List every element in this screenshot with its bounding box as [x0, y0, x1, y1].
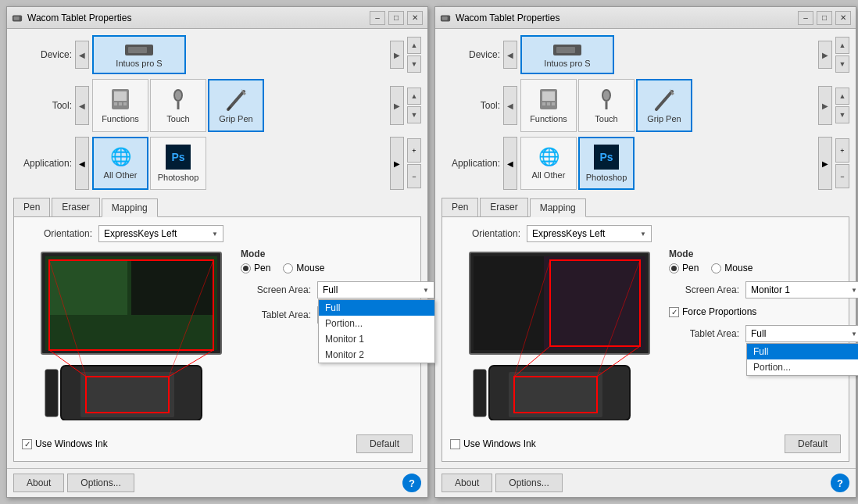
right-tablet-area-option-full[interactable]: Full [747, 344, 858, 359]
right-help-button[interactable]: ? [831, 474, 849, 492]
right-mouse-radio[interactable]: Mouse [711, 263, 753, 273]
app-prev-button[interactable]: ◀ [75, 137, 89, 190]
right-options-button[interactable]: Options... [495, 474, 562, 492]
orientation-dropdown-arrow: ▼ [212, 231, 218, 238]
mouse-radio[interactable]: Mouse [283, 263, 324, 273]
tool-scroll-down[interactable]: ▼ [407, 106, 421, 123]
right-app-scroll-up[interactable]: + [835, 138, 849, 163]
tool-next-button[interactable]: ▶ [390, 86, 404, 125]
app-item-allother[interactable]: 🌐 All Other [92, 137, 148, 190]
device-scroll-down[interactable]: ▼ [407, 55, 421, 73]
right-tab-eraser[interactable]: Eraser [480, 198, 527, 216]
right-tablet-area-dropdown[interactable]: Full ▼ Full Portion... [745, 325, 858, 342]
right-device-scroll-up[interactable]: ▲ [835, 37, 849, 54]
app-ps-label: Photoshop [158, 173, 199, 182]
svg-rect-6 [114, 102, 117, 105]
right-tab-pen[interactable]: Pen [442, 198, 478, 216]
right-minimize-button[interactable]: – [798, 11, 813, 25]
use-ink-checkbox[interactable]: Use Windows Ink [22, 438, 108, 449]
device-item-intuos[interactable]: Intuos pro S [92, 35, 186, 74]
right-screen-area-dropdown-arrow: ▼ [851, 287, 857, 294]
tab-pen[interactable]: Pen [13, 198, 50, 216]
app-scroll-down[interactable]: − [407, 164, 421, 188]
device-scroll-up[interactable]: ▲ [407, 37, 421, 54]
right-tool-item-touch[interactable]: Touch [578, 79, 635, 132]
help-button[interactable]: ? [402, 474, 421, 492]
right-tab-mapping[interactable]: Mapping [530, 198, 586, 217]
right-tool-item-functions[interactable]: Functions [520, 79, 577, 132]
right-tablet-area-option-portion[interactable]: Portion... [747, 359, 858, 375]
right-tablet-area-row: Tablet Area: Full ▼ Full Portion... [669, 325, 858, 342]
right-tool-scroll-up[interactable]: ▲ [835, 88, 849, 105]
right-tool-scroll: ▲ ▼ [835, 88, 849, 123]
close-button[interactable]: ✕ [407, 11, 423, 25]
right-default-button[interactable]: Default [785, 434, 841, 453]
svg-rect-22 [80, 372, 174, 417]
tool-items: Functions Touch Grip P [92, 79, 387, 132]
tool-prev-button[interactable]: ◀ [75, 86, 89, 125]
tablet-diagram [22, 248, 233, 420]
tool-item-touch[interactable]: Touch [150, 79, 206, 132]
pen-radio[interactable]: Pen [241, 263, 270, 273]
right-maximize-button[interactable]: □ [817, 11, 832, 25]
app-next-button[interactable]: ▶ [390, 137, 404, 190]
orientation-dropdown[interactable]: ExpressKeys Left ▼ [98, 225, 223, 242]
options-button[interactable]: Options... [67, 474, 134, 492]
right-app-row: Application: ◀ 🌐 All Other Ps Photoshop … [442, 137, 849, 190]
right-orientation-dropdown[interactable]: ExpressKeys Left ▼ [527, 225, 652, 242]
right-app-prev-button[interactable]: ◀ [503, 137, 517, 190]
screen-area-option-portion[interactable]: Portion... [319, 316, 434, 331]
right-tool-next-button[interactable]: ▶ [818, 86, 832, 125]
tab-eraser[interactable]: Eraser [52, 198, 99, 216]
right-close-button[interactable]: ✕ [835, 11, 851, 25]
screen-area-dropdown-list: Full Portion... Monitor 1 Monitor 2 [318, 299, 435, 363]
screen-area-dropdown[interactable]: Full ▼ Full Portion... Monitor 1 Monitor… [317, 281, 434, 298]
force-proportions-row: Force Proportions [669, 306, 858, 317]
tab-mapping[interactable]: Mapping [102, 198, 158, 217]
about-button[interactable]: About [13, 474, 64, 492]
right-functions-icon [537, 88, 560, 111]
right-device-scroll: ▲ ▼ [835, 37, 849, 73]
right-app-item-allother[interactable]: 🌐 All Other [520, 137, 577, 190]
app-scroll-up[interactable]: + [407, 138, 421, 163]
tool-item-grip-pen[interactable]: Grip Pen [208, 79, 264, 132]
right-device-scroll-down[interactable]: ▼ [835, 55, 849, 73]
right-app-scroll-down[interactable]: − [835, 164, 849, 188]
right-tool-item-grip-pen[interactable]: Grip Pen [636, 79, 692, 132]
right-pen-radio[interactable]: Pen [669, 263, 699, 273]
right-device-next-button[interactable]: ▶ [818, 41, 832, 69]
right-device-item-intuos[interactable]: Intuos pro S [520, 35, 614, 74]
right-app-next-button[interactable]: ▶ [818, 137, 832, 190]
app-item-photoshop[interactable]: Ps Photoshop [150, 137, 206, 190]
right-screen-area-label: Screen Area: [669, 284, 739, 295]
device-next-button[interactable]: ▶ [390, 41, 404, 69]
device-label: Device: [13, 49, 72, 60]
right-tool-scroll-down[interactable]: ▼ [835, 106, 849, 123]
tool-item-functions[interactable]: Functions [92, 79, 148, 132]
right-window-title: Wacom Tablet Properties [456, 13, 559, 23]
wacom-icon-right [440, 13, 451, 23]
right-app-item-photoshop[interactable]: Ps Photoshop [578, 137, 635, 190]
right-app-scroll: + − [835, 138, 849, 188]
grip-pen-tool-icon [224, 88, 248, 111]
left-tabs: Pen Eraser Mapping [13, 198, 421, 217]
screen-area-option-monitor2[interactable]: Monitor 2 [319, 347, 434, 363]
right-app-items: 🌐 All Other Ps Photoshop [520, 137, 815, 190]
right-device-prev-button[interactable]: ◀ [503, 41, 517, 69]
screen-area-option-full[interactable]: Full [319, 300, 434, 316]
right-use-ink-checkbox[interactable]: Use Windows Ink [450, 438, 536, 449]
right-app-ps-label: Photoshop [586, 173, 627, 182]
default-button[interactable]: Default [356, 434, 413, 453]
right-about-button[interactable]: About [442, 474, 492, 492]
right-screen-area-dropdown[interactable]: Monitor 1 ▼ [745, 281, 858, 298]
right-tool-prev-button[interactable]: ◀ [503, 86, 517, 125]
tool-scroll-up[interactable]: ▲ [407, 88, 421, 105]
maximize-button[interactable]: □ [388, 11, 404, 25]
force-proportions-checkbox[interactable]: Force Proportions [669, 306, 756, 317]
device-item-label: Intuos pro S [116, 59, 162, 68]
device-prev-button[interactable]: ◀ [75, 41, 89, 69]
right-radio-group: Pen Mouse [669, 263, 858, 273]
screen-area-option-monitor1[interactable]: Monitor 1 [319, 331, 434, 347]
minimize-button[interactable]: – [370, 11, 385, 25]
svg-rect-21 [45, 370, 58, 416]
